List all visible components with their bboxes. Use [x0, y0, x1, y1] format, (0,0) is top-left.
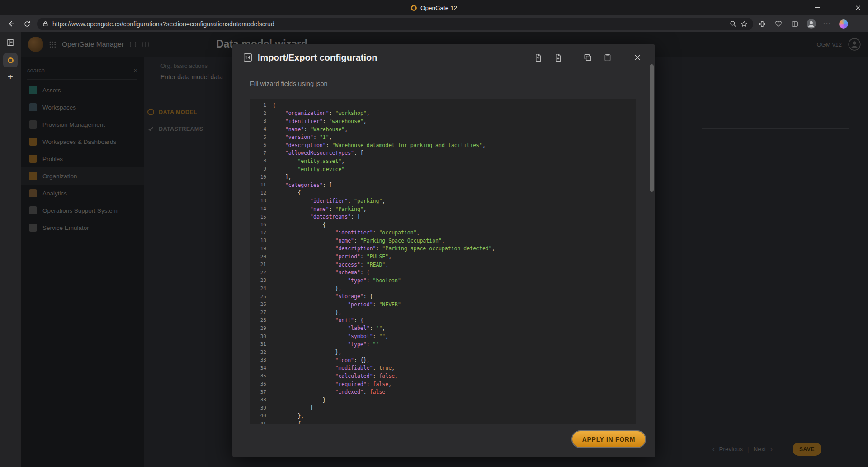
import-export-modal: Import/Export configuration [232, 44, 655, 457]
essentials-icon [775, 20, 782, 28]
code-line: 16 { [250, 221, 636, 229]
code-line: 31 "type": "" [250, 340, 636, 348]
code-line: 5 "version": "1", [250, 133, 636, 141]
back-button[interactable] [4, 17, 18, 31]
browser-essentials-button[interactable] [771, 17, 786, 31]
code-line: 19 "description": "Parking space occupat… [250, 245, 636, 253]
maximize-icon [835, 5, 840, 10]
json-editor[interactable]: 1{2 "organization": "workshop",3 "identi… [250, 99, 636, 424]
export-file-icon [534, 53, 542, 62]
import-file-button[interactable] [552, 52, 564, 63]
close-icon [633, 53, 642, 62]
rail-active-tab[interactable] [3, 53, 18, 67]
code-line: 14 "name": "Parking", [250, 205, 636, 213]
code-line: 11 "categories": [ [250, 181, 636, 189]
code-line: 10 ], [250, 173, 636, 181]
import-export-icon [243, 53, 252, 62]
paste-button[interactable] [602, 52, 613, 63]
modal-header: Import/Export configuration [232, 44, 655, 63]
apply-in-form-button[interactable]: APPLY IN FORM [572, 431, 645, 447]
code-line: 12 { [250, 189, 636, 197]
refresh-icon [24, 20, 31, 28]
code-line: 40 }, [250, 412, 636, 420]
modal-close-button[interactable] [632, 52, 643, 63]
code-line: 21 "access": "READ", [250, 261, 636, 269]
tab-title: OpenGate 12 [420, 5, 457, 11]
copilot-button[interactable] [836, 17, 851, 31]
code-line: 36 "required": false, [250, 380, 636, 388]
code-line: 1{ [250, 101, 636, 110]
close-window-button[interactable] [848, 0, 868, 15]
code-line: 20 "period": "PULSE", [250, 253, 636, 261]
vertical-tabs-toggle[interactable] [6, 38, 14, 48]
code-line: 23 "type": "boolean" [250, 276, 636, 285]
code-line: 13 "identifier": "parking", [250, 197, 636, 205]
new-tab-icon: + [8, 71, 13, 82]
site-favicon [411, 5, 417, 11]
modal-scrollbar-thumb[interactable] [650, 64, 654, 192]
rail-tab-favicon [8, 57, 14, 63]
code-editor-content: 1{2 "organization": "workshop",3 "identi… [250, 101, 636, 424]
copy-icon [584, 53, 592, 62]
modal-actions [532, 52, 643, 63]
more-options-button[interactable]: ··· [820, 17, 835, 31]
profile-avatar-icon [806, 19, 816, 29]
vertical-tabs-rail: + [0, 32, 21, 467]
back-icon [7, 20, 15, 28]
extensions-icon [759, 20, 766, 28]
active-tab[interactable]: OpenGate 12 [411, 0, 457, 15]
minimize-button[interactable] [807, 0, 827, 15]
code-line: 15 "datastreams": [ [250, 213, 636, 221]
code-line: 6 "description": "Warehouse datamodel fo… [250, 141, 636, 149]
browser-toolbar: https://www.opengate.es/configurations?s… [0, 15, 868, 32]
code-line: 27 }, [250, 308, 636, 316]
paste-icon [604, 53, 612, 62]
profile-button[interactable] [804, 17, 818, 31]
code-line: 3 "identifier": "warehouse", [250, 117, 636, 125]
extensions-button[interactable] [755, 17, 769, 31]
code-line: 41 { [250, 420, 636, 424]
code-line: 33 "icon": {}, [250, 356, 636, 364]
code-line: 28 "unit": { [250, 316, 636, 324]
refresh-button[interactable] [20, 17, 34, 31]
page-viewport: OpenGate Manager OGM v12 Data model wiza… [21, 32, 868, 467]
code-line: 18 "name": "Parking Space Occupation", [250, 237, 636, 245]
vertical-tabs-icon [6, 38, 14, 47]
browser-window: OpenGate 12 https://www.opengate.es/conf… [0, 0, 868, 467]
favorite-star-icon[interactable] [741, 20, 748, 28]
code-line: 17 "identifier": "occupation", [250, 229, 636, 237]
code-line: 8 "entity.asset", [250, 157, 636, 165]
close-window-icon [854, 4, 862, 11]
code-line: 38 } [250, 396, 636, 404]
split-screen-icon [791, 20, 798, 28]
code-line: 22 "schema": { [250, 268, 636, 276]
browser-titlebar: OpenGate 12 [0, 0, 868, 15]
window-controls [807, 0, 868, 15]
code-line: 35 "calculated": false, [250, 372, 636, 380]
code-line: 9 "entity.device" [250, 165, 636, 173]
lock-icon [42, 21, 48, 27]
code-line: 32 }, [250, 348, 636, 356]
copy-button[interactable] [582, 52, 594, 63]
url-text: https://www.opengate.es/configurations?s… [52, 20, 726, 28]
import-file-icon [554, 53, 562, 62]
split-screen-button[interactable] [788, 17, 802, 31]
code-line: 2 "organization": "workshop", [250, 110, 636, 118]
address-bar[interactable]: https://www.opengate.es/configurations?s… [37, 18, 753, 30]
code-line: 7 "allowedResourceTypes": [ [250, 149, 636, 157]
more-options-icon: ··· [823, 20, 831, 28]
code-line: 24 }, [250, 285, 636, 293]
zoom-icon[interactable] [730, 20, 736, 27]
export-file-button[interactable] [532, 52, 544, 63]
code-line: 37 "indexed": false [250, 388, 636, 396]
code-line: 34 "modifiable": true, [250, 364, 636, 372]
code-line: 4 "name": "Warehouse", [250, 125, 636, 133]
code-line: 29 "label": "", [250, 324, 636, 333]
copilot-icon [839, 19, 848, 29]
new-tab-button[interactable]: + [8, 72, 13, 82]
maximize-button[interactable] [827, 0, 848, 15]
code-line: 25 "storage": { [250, 292, 636, 300]
code-line: 39 ] [250, 404, 636, 412]
code-line: 26 "period": "NEVER" [250, 300, 636, 309]
modal-title: Import/Export configuration [258, 52, 377, 63]
